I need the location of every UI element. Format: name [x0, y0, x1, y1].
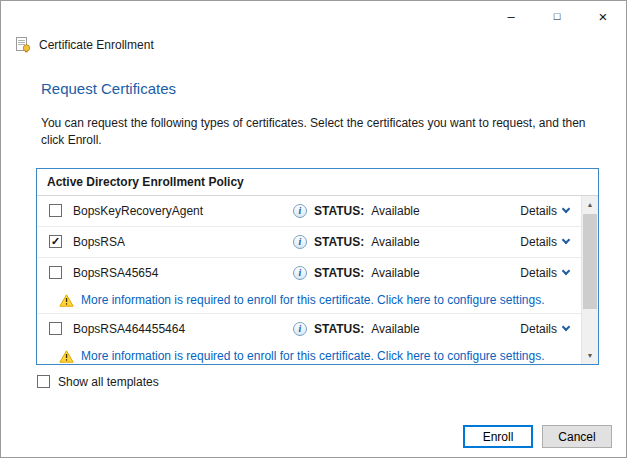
template-checkbox[interactable]: ✓: [49, 204, 62, 217]
scroll-up-button[interactable]: ▲: [582, 196, 598, 213]
certificate-icon: [15, 37, 31, 53]
info-icon: i: [293, 204, 307, 218]
details-label: Details: [520, 235, 557, 249]
minimize-button[interactable]: –: [488, 1, 534, 31]
template-group: ✓ BopsRSA i STATUS: Available Details: [37, 227, 581, 258]
titlebar: – □ ×: [1, 1, 626, 31]
scroll-down-icon: ▼: [587, 352, 594, 359]
status-label: STATUS:: [314, 266, 364, 280]
close-button[interactable]: ×: [580, 1, 626, 31]
minimize-icon: –: [507, 9, 514, 24]
configure-settings-link[interactable]: More information is required to enroll f…: [81, 293, 545, 307]
show-all-checkbox[interactable]: ✓: [37, 375, 50, 388]
template-checkbox[interactable]: ✓: [49, 266, 62, 279]
warning-icon: [59, 294, 74, 307]
page-description: You can request the following types of c…: [41, 115, 586, 149]
scrollbar-thumb[interactable]: [583, 214, 597, 309]
template-checkbox[interactable]: ✓: [49, 322, 62, 335]
template-group: ✓ BopsKeyRecoveryAgent i STATUS: Availab…: [37, 196, 581, 227]
details-label: Details: [520, 266, 557, 280]
chevron-down-icon: [562, 204, 570, 212]
chevron-down-icon: [562, 266, 570, 274]
warning-row: More information is required to enroll f…: [37, 344, 581, 364]
vertical-scrollbar[interactable]: ▲ ▼: [581, 196, 598, 364]
configure-settings-link[interactable]: More information is required to enroll f…: [81, 349, 545, 363]
details-label: Details: [520, 204, 557, 218]
scroll-down-button[interactable]: ▼: [582, 347, 598, 364]
template-name: BopsRSA45654: [73, 266, 293, 280]
show-all-label: Show all templates: [58, 375, 159, 389]
template-row[interactable]: ✓ BopsKeyRecoveryAgent i STATUS: Availab…: [37, 196, 581, 226]
details-button[interactable]: Details: [520, 266, 573, 280]
app-banner: Certificate Enrollment: [15, 37, 626, 53]
maximize-icon: □: [554, 10, 561, 22]
enroll-button[interactable]: Enroll: [463, 425, 533, 448]
maximize-button[interactable]: □: [534, 1, 580, 31]
info-icon: i: [293, 266, 307, 280]
template-row[interactable]: ✓ BopsRSA45654 i STATUS: Available Detai…: [37, 258, 581, 288]
app-title: Certificate Enrollment: [39, 38, 154, 52]
close-icon: ×: [599, 8, 608, 25]
status-cell: i STATUS: Available: [293, 235, 520, 249]
template-name: BopsRSA: [73, 235, 293, 249]
list-header: Active Directory Enrollment Policy: [37, 169, 598, 196]
template-name: BopsRSA464455464: [73, 322, 293, 336]
scroll-up-icon: ▲: [587, 201, 594, 208]
status-label: STATUS:: [314, 204, 364, 218]
status-cell: i STATUS: Available: [293, 204, 520, 218]
info-icon: i: [293, 235, 307, 249]
status-label: STATUS:: [314, 322, 364, 336]
list-body: ✓ BopsKeyRecoveryAgent i STATUS: Availab…: [37, 196, 598, 364]
info-icon: i: [293, 322, 307, 336]
status-value: Available: [371, 266, 419, 280]
template-group: ✓ BopsRSA45654 i STATUS: Available Detai…: [37, 258, 581, 314]
status-value: Available: [371, 235, 419, 249]
enrollment-policy-list: Active Directory Enrollment Policy ✓ Bop…: [36, 168, 599, 365]
certificate-enrollment-window: – □ × Certificate Enrollment Request Cer…: [0, 0, 627, 458]
status-value: Available: [371, 322, 419, 336]
status-cell: i STATUS: Available: [293, 266, 520, 280]
details-button[interactable]: Details: [520, 204, 573, 218]
template-name: BopsKeyRecoveryAgent: [73, 204, 293, 218]
details-button[interactable]: Details: [520, 235, 573, 249]
status-label: STATUS:: [314, 235, 364, 249]
page-title: Request Certificates: [41, 80, 626, 97]
status-cell: i STATUS: Available: [293, 322, 520, 336]
footer-buttons: Enroll Cancel: [463, 425, 612, 448]
cancel-button[interactable]: Cancel: [542, 425, 612, 448]
template-row[interactable]: ✓ BopsRSA i STATUS: Available Details: [37, 227, 581, 257]
chevron-down-icon: [562, 322, 570, 330]
template-group: ✓ BopsRSA464455464 i STATUS: Available D…: [37, 314, 581, 364]
template-row[interactable]: ✓ BopsRSA464455464 i STATUS: Available D…: [37, 314, 581, 344]
template-checkbox[interactable]: ✓: [49, 235, 62, 248]
details-label: Details: [520, 322, 557, 336]
warning-icon: [59, 350, 74, 363]
status-value: Available: [371, 204, 419, 218]
check-icon: ✓: [51, 236, 60, 247]
show-all-templates[interactable]: ✓ Show all templates: [37, 375, 626, 389]
chevron-down-icon: [562, 235, 570, 243]
warning-row: More information is required to enroll f…: [37, 288, 581, 313]
details-button[interactable]: Details: [520, 322, 573, 336]
